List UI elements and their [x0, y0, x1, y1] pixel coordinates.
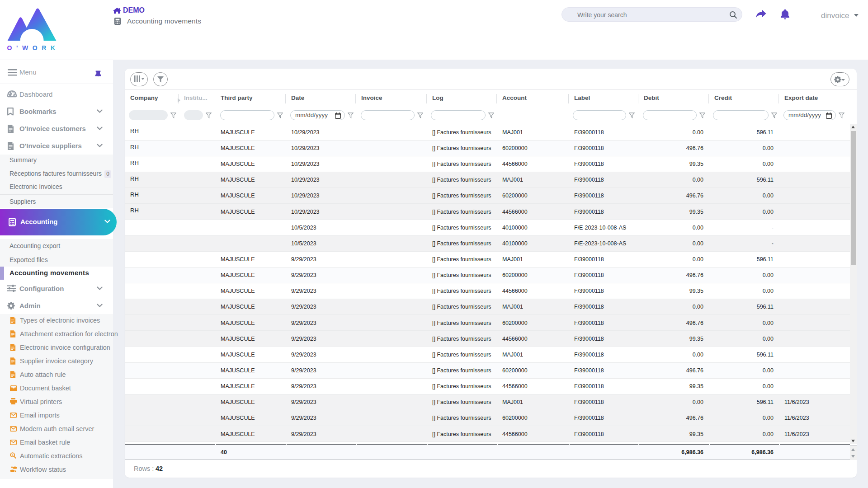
svg-text:O'WORK: O'WORK	[7, 44, 60, 52]
svg-text:$: $	[12, 453, 14, 456]
